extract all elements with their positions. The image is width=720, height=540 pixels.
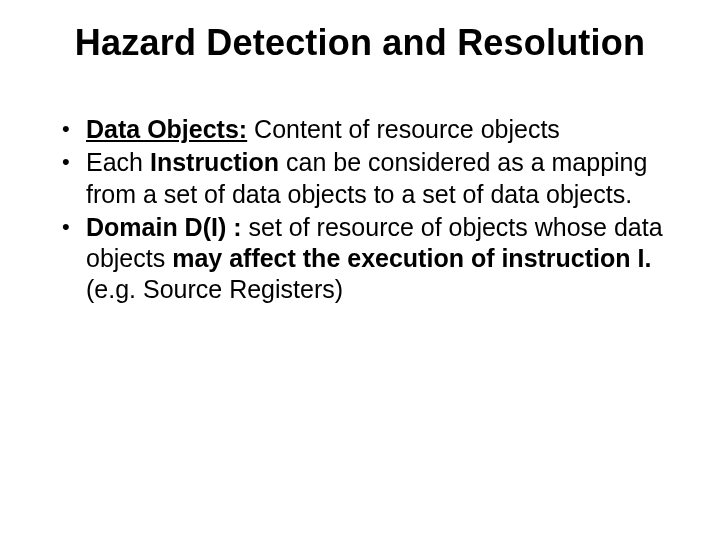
text-pre: Each [86, 148, 150, 176]
text-mid2: (e.g. Source Registers) [86, 275, 343, 303]
bullet-icon: • [62, 114, 86, 145]
text-bold2: may affect the execution of instruction … [172, 244, 651, 272]
text-bold1: Domain D(I) : [86, 213, 249, 241]
bullet-icon: • [62, 212, 86, 243]
text-bold: Instruction [150, 148, 279, 176]
term-desc: Content of resource objects [247, 115, 560, 143]
bullet-icon: • [62, 147, 86, 178]
list-item: • Data Objects: Content of resource obje… [62, 114, 670, 145]
bullet-text: Data Objects: Content of resource object… [86, 114, 670, 145]
bullet-list: • Data Objects: Content of resource obje… [50, 114, 670, 306]
slide-title: Hazard Detection and Resolution [50, 22, 670, 64]
bullet-text: Each Instruction can be considered as a … [86, 147, 670, 210]
term-label: Data Objects: [86, 115, 247, 143]
list-item: • Each Instruction can be considered as … [62, 147, 670, 210]
bullet-text: Domain D(I) : set of resource of objects… [86, 212, 670, 306]
list-item: • Domain D(I) : set of resource of objec… [62, 212, 670, 306]
